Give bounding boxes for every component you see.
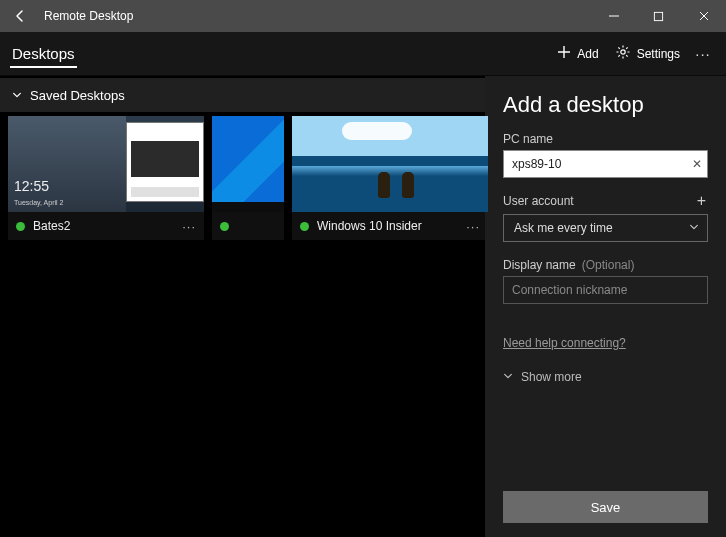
group-header-label: Saved Desktops	[30, 88, 125, 103]
add-user-button[interactable]: +	[695, 192, 708, 210]
titlebar: Remote Desktop	[0, 0, 726, 32]
desktops-pane: Saved Desktops 12:55 Tuesday, April 2 Ba…	[0, 76, 485, 537]
maximize-button[interactable]	[636, 0, 681, 32]
desktop-thumbnail: 12:55 Tuesday, April 2	[8, 116, 204, 212]
useraccount-label: User account	[503, 194, 574, 208]
displayname-optional: (Optional)	[582, 258, 635, 272]
save-button[interactable]: Save	[503, 491, 708, 523]
settings-button[interactable]: Settings	[607, 32, 688, 76]
chevron-down-icon	[689, 221, 699, 235]
clear-icon[interactable]: ✕	[692, 157, 702, 171]
settings-label: Settings	[637, 47, 680, 61]
chevron-down-icon	[12, 88, 22, 103]
pcname-label: PC name	[503, 132, 708, 146]
gear-icon	[615, 44, 631, 63]
saved-desktops-header[interactable]: Saved Desktops	[0, 78, 485, 112]
desktop-tile[interactable]: Windows 10 Insider ···	[292, 116, 488, 240]
add-label: Add	[577, 47, 598, 61]
help-link[interactable]: Need help connecting?	[503, 336, 626, 350]
desktop-thumbnail	[212, 116, 284, 212]
useraccount-value: Ask me every time	[514, 221, 613, 235]
minimize-button[interactable]	[591, 0, 636, 32]
panel-title: Add a desktop	[503, 92, 708, 118]
desktop-name: Windows 10 Insider	[317, 219, 458, 233]
status-online-icon	[16, 222, 25, 231]
more-button[interactable]: ···	[688, 45, 718, 62]
command-bar: Desktops Add Settings ···	[0, 32, 726, 76]
displayname-input[interactable]	[503, 276, 708, 304]
pcname-input[interactable]	[503, 150, 708, 178]
status-online-icon	[300, 222, 309, 231]
svg-rect-0	[654, 12, 662, 20]
show-more-toggle[interactable]: Show more	[503, 370, 708, 384]
desktop-tile[interactable]: 12:55 Tuesday, April 2 Bates2 ···	[8, 116, 204, 240]
svg-point-1	[620, 50, 624, 54]
close-button[interactable]	[681, 0, 726, 32]
window-title: Remote Desktop	[40, 9, 591, 23]
status-online-icon	[220, 222, 229, 231]
useraccount-select[interactable]: Ask me every time	[503, 214, 708, 242]
tile-more-button[interactable]: ···	[466, 219, 480, 234]
tile-more-button[interactable]: ···	[182, 219, 196, 234]
add-button[interactable]: Add	[549, 32, 606, 76]
tab-desktops[interactable]: Desktops	[10, 45, 77, 68]
desktop-thumbnail	[292, 116, 488, 212]
plus-icon	[557, 45, 571, 62]
show-more-label: Show more	[521, 370, 582, 384]
chevron-down-icon	[503, 370, 513, 384]
add-desktop-panel: Add a desktop PC name ✕ User account + A…	[485, 76, 726, 537]
back-button[interactable]	[0, 0, 40, 32]
desktop-name: Bates2	[33, 219, 174, 233]
desktop-tile[interactable]	[212, 116, 284, 240]
displayname-label: Display name	[503, 258, 576, 272]
